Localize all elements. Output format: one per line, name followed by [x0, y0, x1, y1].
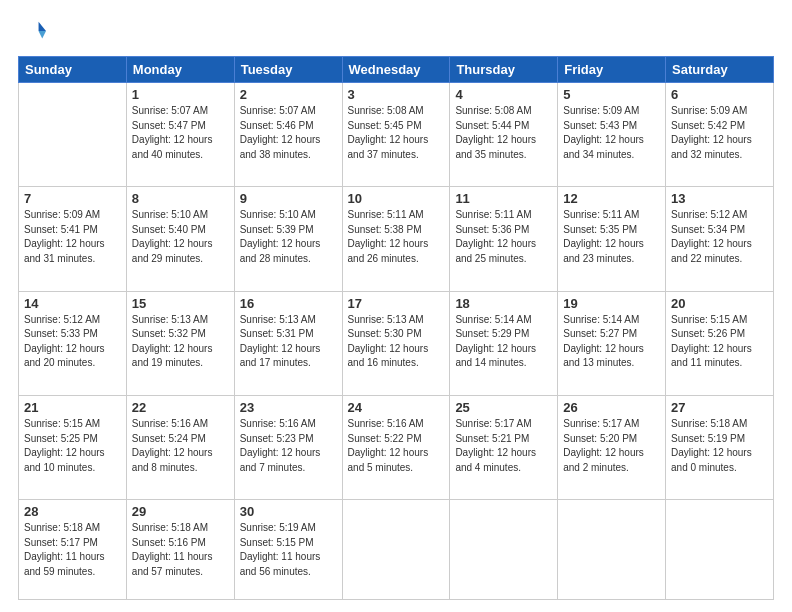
day-number: 8	[132, 191, 229, 206]
calendar-cell: 9Sunrise: 5:10 AM Sunset: 5:39 PM Daylig…	[234, 187, 342, 291]
svg-marker-1	[39, 31, 46, 38]
calendar-cell: 23Sunrise: 5:16 AM Sunset: 5:23 PM Dayli…	[234, 396, 342, 500]
calendar-cell: 8Sunrise: 5:10 AM Sunset: 5:40 PM Daylig…	[126, 187, 234, 291]
page: SundayMondayTuesdayWednesdayThursdayFrid…	[0, 0, 792, 612]
day-detail: Sunrise: 5:07 AM Sunset: 5:47 PM Dayligh…	[132, 104, 229, 162]
weekday-header-thursday: Thursday	[450, 57, 558, 83]
calendar-cell	[558, 500, 666, 600]
day-number: 30	[240, 504, 337, 519]
calendar-cell: 28Sunrise: 5:18 AM Sunset: 5:17 PM Dayli…	[19, 500, 127, 600]
calendar-cell	[342, 500, 450, 600]
day-detail: Sunrise: 5:08 AM Sunset: 5:45 PM Dayligh…	[348, 104, 445, 162]
week-row-4: 21Sunrise: 5:15 AM Sunset: 5:25 PM Dayli…	[19, 396, 774, 500]
day-detail: Sunrise: 5:14 AM Sunset: 5:29 PM Dayligh…	[455, 313, 552, 371]
day-number: 20	[671, 296, 768, 311]
day-number: 3	[348, 87, 445, 102]
day-number: 25	[455, 400, 552, 415]
day-number: 23	[240, 400, 337, 415]
calendar-cell: 22Sunrise: 5:16 AM Sunset: 5:24 PM Dayli…	[126, 396, 234, 500]
day-number: 28	[24, 504, 121, 519]
day-detail: Sunrise: 5:11 AM Sunset: 5:38 PM Dayligh…	[348, 208, 445, 266]
day-number: 21	[24, 400, 121, 415]
logo-icon	[18, 18, 46, 46]
day-number: 10	[348, 191, 445, 206]
day-detail: Sunrise: 5:13 AM Sunset: 5:30 PM Dayligh…	[348, 313, 445, 371]
day-number: 26	[563, 400, 660, 415]
svg-marker-0	[39, 22, 46, 31]
day-number: 4	[455, 87, 552, 102]
day-detail: Sunrise: 5:16 AM Sunset: 5:24 PM Dayligh…	[132, 417, 229, 475]
calendar-cell: 11Sunrise: 5:11 AM Sunset: 5:36 PM Dayli…	[450, 187, 558, 291]
day-detail: Sunrise: 5:18 AM Sunset: 5:19 PM Dayligh…	[671, 417, 768, 475]
day-number: 6	[671, 87, 768, 102]
day-number: 24	[348, 400, 445, 415]
calendar-cell: 5Sunrise: 5:09 AM Sunset: 5:43 PM Daylig…	[558, 83, 666, 187]
calendar-cell: 13Sunrise: 5:12 AM Sunset: 5:34 PM Dayli…	[666, 187, 774, 291]
day-detail: Sunrise: 5:18 AM Sunset: 5:17 PM Dayligh…	[24, 521, 121, 579]
week-row-5: 28Sunrise: 5:18 AM Sunset: 5:17 PM Dayli…	[19, 500, 774, 600]
calendar-cell: 10Sunrise: 5:11 AM Sunset: 5:38 PM Dayli…	[342, 187, 450, 291]
day-number: 27	[671, 400, 768, 415]
day-number: 19	[563, 296, 660, 311]
day-number: 13	[671, 191, 768, 206]
week-row-1: 1Sunrise: 5:07 AM Sunset: 5:47 PM Daylig…	[19, 83, 774, 187]
calendar-cell: 29Sunrise: 5:18 AM Sunset: 5:16 PM Dayli…	[126, 500, 234, 600]
calendar-cell: 25Sunrise: 5:17 AM Sunset: 5:21 PM Dayli…	[450, 396, 558, 500]
calendar-cell: 3Sunrise: 5:08 AM Sunset: 5:45 PM Daylig…	[342, 83, 450, 187]
day-detail: Sunrise: 5:15 AM Sunset: 5:26 PM Dayligh…	[671, 313, 768, 371]
calendar-cell: 18Sunrise: 5:14 AM Sunset: 5:29 PM Dayli…	[450, 291, 558, 395]
calendar-cell: 1Sunrise: 5:07 AM Sunset: 5:47 PM Daylig…	[126, 83, 234, 187]
calendar-cell: 26Sunrise: 5:17 AM Sunset: 5:20 PM Dayli…	[558, 396, 666, 500]
day-detail: Sunrise: 5:10 AM Sunset: 5:39 PM Dayligh…	[240, 208, 337, 266]
calendar-cell: 16Sunrise: 5:13 AM Sunset: 5:31 PM Dayli…	[234, 291, 342, 395]
day-number: 7	[24, 191, 121, 206]
day-number: 18	[455, 296, 552, 311]
day-detail: Sunrise: 5:10 AM Sunset: 5:40 PM Dayligh…	[132, 208, 229, 266]
calendar-cell: 24Sunrise: 5:16 AM Sunset: 5:22 PM Dayli…	[342, 396, 450, 500]
day-number: 16	[240, 296, 337, 311]
day-number: 1	[132, 87, 229, 102]
day-detail: Sunrise: 5:17 AM Sunset: 5:20 PM Dayligh…	[563, 417, 660, 475]
day-detail: Sunrise: 5:17 AM Sunset: 5:21 PM Dayligh…	[455, 417, 552, 475]
calendar-cell: 7Sunrise: 5:09 AM Sunset: 5:41 PM Daylig…	[19, 187, 127, 291]
calendar-cell: 6Sunrise: 5:09 AM Sunset: 5:42 PM Daylig…	[666, 83, 774, 187]
day-detail: Sunrise: 5:09 AM Sunset: 5:41 PM Dayligh…	[24, 208, 121, 266]
day-number: 2	[240, 87, 337, 102]
calendar-cell: 19Sunrise: 5:14 AM Sunset: 5:27 PM Dayli…	[558, 291, 666, 395]
day-detail: Sunrise: 5:12 AM Sunset: 5:34 PM Dayligh…	[671, 208, 768, 266]
day-detail: Sunrise: 5:14 AM Sunset: 5:27 PM Dayligh…	[563, 313, 660, 371]
calendar-cell	[666, 500, 774, 600]
day-detail: Sunrise: 5:08 AM Sunset: 5:44 PM Dayligh…	[455, 104, 552, 162]
calendar-cell: 2Sunrise: 5:07 AM Sunset: 5:46 PM Daylig…	[234, 83, 342, 187]
weekday-header-monday: Monday	[126, 57, 234, 83]
calendar-cell: 4Sunrise: 5:08 AM Sunset: 5:44 PM Daylig…	[450, 83, 558, 187]
day-detail: Sunrise: 5:16 AM Sunset: 5:22 PM Dayligh…	[348, 417, 445, 475]
weekday-header-tuesday: Tuesday	[234, 57, 342, 83]
calendar-cell: 27Sunrise: 5:18 AM Sunset: 5:19 PM Dayli…	[666, 396, 774, 500]
day-number: 14	[24, 296, 121, 311]
weekday-header-sunday: Sunday	[19, 57, 127, 83]
day-detail: Sunrise: 5:09 AM Sunset: 5:42 PM Dayligh…	[671, 104, 768, 162]
day-number: 9	[240, 191, 337, 206]
day-number: 12	[563, 191, 660, 206]
day-number: 17	[348, 296, 445, 311]
day-number: 11	[455, 191, 552, 206]
calendar-cell: 12Sunrise: 5:11 AM Sunset: 5:35 PM Dayli…	[558, 187, 666, 291]
header	[18, 18, 774, 46]
logo	[18, 18, 50, 46]
day-detail: Sunrise: 5:12 AM Sunset: 5:33 PM Dayligh…	[24, 313, 121, 371]
day-detail: Sunrise: 5:13 AM Sunset: 5:32 PM Dayligh…	[132, 313, 229, 371]
day-detail: Sunrise: 5:11 AM Sunset: 5:35 PM Dayligh…	[563, 208, 660, 266]
weekday-header-saturday: Saturday	[666, 57, 774, 83]
day-number: 29	[132, 504, 229, 519]
calendar-cell: 21Sunrise: 5:15 AM Sunset: 5:25 PM Dayli…	[19, 396, 127, 500]
calendar-cell: 30Sunrise: 5:19 AM Sunset: 5:15 PM Dayli…	[234, 500, 342, 600]
calendar-cell	[450, 500, 558, 600]
calendar-cell: 20Sunrise: 5:15 AM Sunset: 5:26 PM Dayli…	[666, 291, 774, 395]
day-detail: Sunrise: 5:07 AM Sunset: 5:46 PM Dayligh…	[240, 104, 337, 162]
day-number: 22	[132, 400, 229, 415]
day-detail: Sunrise: 5:15 AM Sunset: 5:25 PM Dayligh…	[24, 417, 121, 475]
weekday-header-row: SundayMondayTuesdayWednesdayThursdayFrid…	[19, 57, 774, 83]
weekday-header-wednesday: Wednesday	[342, 57, 450, 83]
week-row-3: 14Sunrise: 5:12 AM Sunset: 5:33 PM Dayli…	[19, 291, 774, 395]
